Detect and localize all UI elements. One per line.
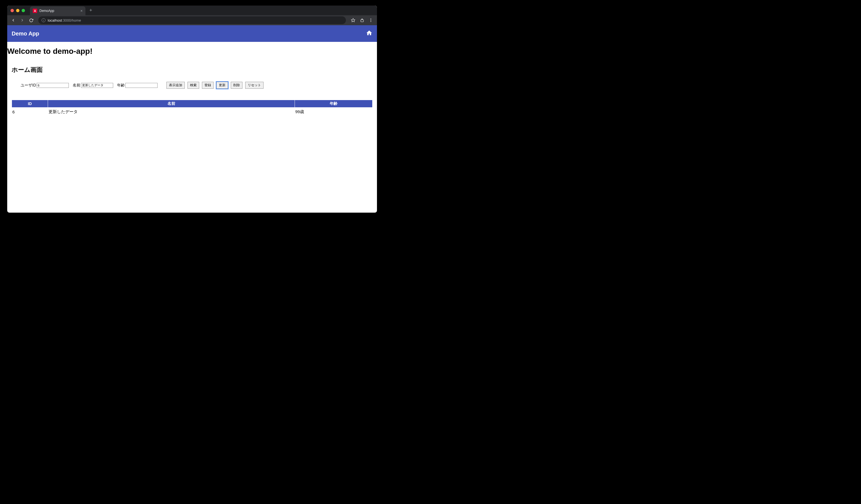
cell-id: 6 (12, 108, 48, 116)
back-button[interactable] (10, 16, 17, 24)
close-window-button[interactable] (11, 9, 14, 12)
home-icon (366, 30, 372, 36)
add-display-button[interactable]: 表示追加 (166, 82, 185, 89)
new-tab-button[interactable]: + (89, 8, 92, 13)
bookmark-star-icon[interactable] (349, 16, 357, 24)
age-label: 年齢 (117, 83, 125, 88)
tab-title: DemoApp (39, 9, 54, 13)
name-label: 名前 (73, 83, 80, 88)
reset-button[interactable]: リセット (245, 82, 263, 89)
register-button[interactable]: 登録 (202, 82, 214, 89)
col-header-age: 年齢 (295, 100, 372, 108)
address-bar[interactable]: i localhost:3000/home (38, 16, 346, 24)
titlebar: A DemoApp × + (7, 5, 377, 15)
name-input[interactable] (81, 83, 113, 88)
url-path: :3000/home (62, 18, 81, 23)
cell-age: 99歳 (295, 108, 372, 116)
svg-point-4 (371, 20, 371, 21)
age-field: 年齢 (117, 83, 158, 88)
menu-icon[interactable] (367, 16, 375, 24)
url-host: localhost (48, 18, 62, 23)
action-buttons: 表示追加 検索 登録 更新 削除 リセット (166, 82, 263, 89)
age-input[interactable] (125, 83, 158, 88)
maximize-window-button[interactable] (22, 9, 25, 12)
col-header-id: ID (12, 100, 48, 108)
svg-point-5 (371, 21, 371, 22)
search-form: ユーザID 名前 年齢 表示追加 検索 登録 更新 削除 リセット (7, 74, 377, 89)
forward-button[interactable] (18, 16, 26, 24)
name-field: 名前 (73, 83, 113, 88)
url-text: localhost:3000/home (48, 18, 81, 23)
home-button[interactable] (366, 30, 372, 38)
browser-toolbar: i localhost:3000/home (7, 15, 377, 25)
search-button[interactable]: 検索 (188, 82, 199, 89)
extensions-icon[interactable] (358, 16, 366, 24)
svg-rect-1 (360, 20, 364, 22)
app-title: Demo App (12, 30, 39, 37)
update-button[interactable]: 更新 (216, 82, 228, 89)
minimize-window-button[interactable] (16, 9, 19, 12)
results-table: ID 名前 年齢 6 更新したデータ 99歳 (12, 100, 372, 116)
welcome-heading: Welcome to demo-app! (7, 42, 377, 56)
browser-window: A DemoApp × + i localhost:3000/home (7, 5, 377, 213)
delete-button[interactable]: 削除 (231, 82, 243, 89)
user-id-input[interactable] (37, 83, 69, 88)
close-tab-icon[interactable]: × (80, 9, 83, 13)
svg-marker-0 (351, 18, 355, 22)
browser-tab[interactable]: A DemoApp × (30, 6, 85, 15)
table-row: 6 更新したデータ 99歳 (12, 108, 372, 116)
angular-favicon-icon: A (33, 9, 37, 13)
cell-name: 更新したデータ (48, 108, 295, 116)
svg-rect-2 (361, 18, 363, 19)
reload-button[interactable] (27, 16, 35, 24)
user-id-field: ユーザID (20, 83, 69, 88)
page-content: Welcome to demo-app! ホーム画面 ユーザID 名前 年齢 表… (7, 42, 377, 116)
app-header: Demo App (7, 25, 377, 42)
window-controls (11, 9, 25, 12)
user-id-label: ユーザID (20, 83, 36, 88)
svg-point-3 (371, 18, 371, 19)
col-header-name: 名前 (48, 100, 295, 108)
site-info-icon[interactable]: i (42, 18, 45, 22)
section-title: ホーム画面 (7, 56, 377, 74)
